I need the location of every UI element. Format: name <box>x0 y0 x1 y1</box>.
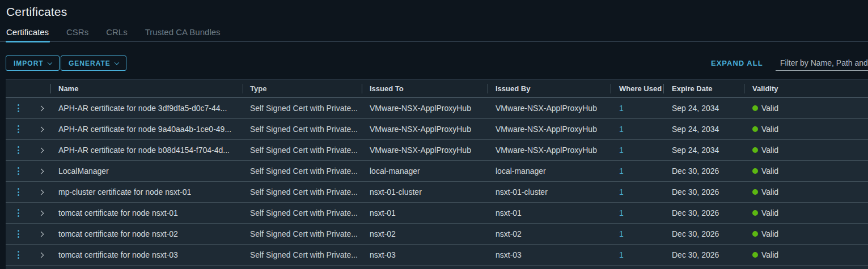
column-header-issued-to[interactable]: Issued To <box>362 80 488 97</box>
where-used-link[interactable]: 1 <box>619 250 624 259</box>
header-expand-spacer <box>31 80 50 97</box>
where-used-link[interactable]: 1 <box>619 187 624 197</box>
expire-date-cell: Dec 30, 2026 <box>663 203 744 223</box>
filter-input[interactable] <box>776 55 868 71</box>
import-button[interactable]: IMPORT <box>6 55 60 71</box>
where-used-cell: 1 <box>611 161 663 181</box>
row-expand-cell <box>31 119 50 139</box>
tab-certificates[interactable]: Certificates <box>6 27 49 41</box>
kebab-menu-icon[interactable] <box>15 228 22 240</box>
cert-name-cell[interactable]: APH-AR certificate for node b08d4154-f70… <box>50 140 243 160</box>
kebab-menu-icon[interactable] <box>15 123 22 135</box>
chevron-right-icon[interactable] <box>38 126 44 132</box>
validity-cell: Valid <box>744 98 868 118</box>
kebab-menu-icon[interactable] <box>15 249 22 261</box>
where-used-link[interactable]: 1 <box>619 125 624 134</box>
row-actions-cell <box>6 98 31 118</box>
issued-by-cell: nsxt-01-cluster <box>488 182 611 202</box>
where-used-link[interactable]: 1 <box>619 208 624 217</box>
chevron-right-icon[interactable] <box>38 231 44 237</box>
expand-all-link[interactable]: EXPAND ALL <box>711 59 763 67</box>
valid-status-icon <box>752 105 758 111</box>
expire-date: Dec 30, 2026 <box>672 229 719 238</box>
issued-to-cell <box>362 266 488 269</box>
kebab-menu-icon[interactable] <box>15 102 22 114</box>
issued-by: nsxt-03 <box>496 250 522 259</box>
cert-type-cell <box>243 266 362 269</box>
row-expand-cell <box>31 245 50 265</box>
issued-to-cell: nsxt-01 <box>362 203 488 223</box>
issued-by: local-manager <box>496 166 546 176</box>
expire-date: Dec 30, 2026 <box>672 208 719 217</box>
cert-name-cell[interactable]: LocalManager <box>50 161 243 181</box>
cert-name: mp-cluster certificate for node nsxt-01 <box>58 187 191 197</box>
validity-label: Valid <box>761 146 778 155</box>
expire-date-cell: Dec 30, 2026 <box>663 224 744 244</box>
column-header-type[interactable]: Type <box>243 80 362 97</box>
issued-to: nsxt-03 <box>370 250 396 259</box>
issued-by-cell: nsxt-03 <box>488 245 611 265</box>
cert-name-cell[interactable]: APH-AR certificate for node 3df9dfa5-d0c… <box>50 98 243 118</box>
valid-status-icon <box>752 126 758 132</box>
cert-name-cell[interactable]: mp-cluster certificate for node nsxt-01 <box>50 182 243 202</box>
issued-to: VMware-NSX-ApplProxyHub <box>370 104 471 113</box>
tab-crls[interactable]: CRLs <box>106 27 128 41</box>
cert-name-cell[interactable] <box>50 266 243 269</box>
validity-cell: Valid <box>744 161 868 181</box>
issued-by: nsxt-02 <box>496 229 522 238</box>
issued-to-cell: VMware-NSX-ApplProxyHub <box>362 140 488 160</box>
kebab-menu-icon[interactable] <box>15 186 22 198</box>
where-used-cell: 1 <box>611 245 663 265</box>
chevron-right-icon[interactable] <box>38 252 44 258</box>
issued-by-cell: nsxt-01 <box>488 203 611 223</box>
row-expand-cell <box>31 140 50 160</box>
expire-date-cell <box>663 266 744 269</box>
where-used-link[interactable]: 1 <box>619 166 624 176</box>
valid-status-icon <box>752 252 758 258</box>
where-used-link[interactable]: 1 <box>619 229 624 238</box>
chevron-right-icon[interactable] <box>38 189 44 195</box>
chevron-right-icon[interactable] <box>38 168 44 174</box>
column-header-expire-date[interactable]: Expire Date <box>663 80 744 97</box>
column-header-issued-by[interactable]: Issued By <box>488 80 611 97</box>
tab-csrs[interactable]: CSRs <box>66 27 88 41</box>
kebab-menu-icon[interactable] <box>15 165 22 177</box>
kebab-menu-icon[interactable] <box>15 144 22 156</box>
row-actions-cell <box>6 224 31 244</box>
valid-status-icon <box>752 231 758 237</box>
kebab-menu-icon[interactable] <box>15 207 22 219</box>
where-used-link[interactable]: 1 <box>619 146 624 155</box>
expire-date-cell: Sep 24, 2034 <box>663 98 744 118</box>
generate-button[interactable]: GENERATE <box>61 55 126 71</box>
issued-to-cell: nsxt-02 <box>362 224 488 244</box>
column-header-where-used[interactable]: Where Used <box>611 80 663 97</box>
validity-cell: Valid <box>744 119 868 139</box>
row-expand-cell <box>31 224 50 244</box>
expire-date: Sep 24, 2034 <box>672 125 719 134</box>
certificates-page: { "page": { "title": "Certificates" }, "… <box>0 0 868 269</box>
column-header-name[interactable]: Name <box>50 80 243 97</box>
where-used-link[interactable]: 1 <box>619 104 624 113</box>
cert-name: tomcat certificate for node nsxt-02 <box>58 229 178 238</box>
cert-type-cell: Self Signed Cert with Private... <box>243 245 362 265</box>
cert-name-cell[interactable]: tomcat certificate for node nsxt-03 <box>50 245 243 265</box>
chevron-right-icon[interactable] <box>38 147 44 153</box>
validity-cell: Valid <box>744 245 868 265</box>
issued-to-cell: nsxt-03 <box>362 245 488 265</box>
expire-date-cell: Sep 24, 2034 <box>663 140 744 160</box>
expire-date: Dec 30, 2026 <box>672 187 719 197</box>
tab-trusted-ca-bundles[interactable]: Trusted CA Bundles <box>145 27 221 41</box>
cert-name-cell[interactable]: APH-AR certificate for node 9a40aa4b-1ce… <box>50 119 243 139</box>
cert-type: Self Signed Cert with Private... <box>250 104 358 113</box>
issued-by-cell: VMware-NSX-ApplProxyHub <box>488 119 611 139</box>
column-header-validity[interactable]: Validity <box>744 80 868 97</box>
chevron-right-icon[interactable] <box>38 105 44 111</box>
expire-date-cell: Sep 24, 2034 <box>663 119 744 139</box>
valid-status-icon <box>752 168 758 174</box>
table-row: tomcat certificate for node nsxt-01 Self… <box>6 203 868 224</box>
cert-name-cell[interactable]: tomcat certificate for node nsxt-02 <box>50 224 243 244</box>
chevron-right-icon[interactable] <box>38 210 44 216</box>
expire-date: Dec 30, 2026 <box>672 166 719 176</box>
chevron-down-icon <box>47 60 52 65</box>
cert-name-cell[interactable]: tomcat certificate for node nsxt-01 <box>50 203 243 223</box>
